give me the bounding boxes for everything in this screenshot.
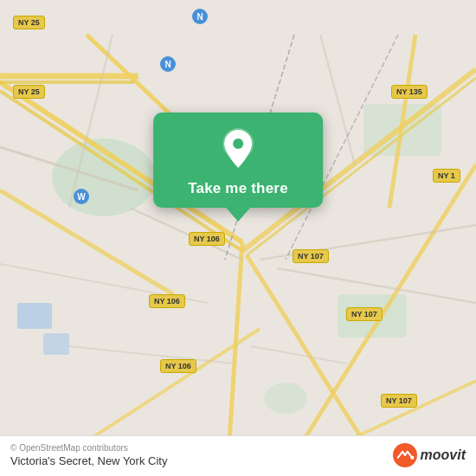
- badge-ny106-bottom: NY 106: [160, 359, 196, 373]
- metro-w: W: [74, 189, 89, 204]
- metro-n-mid: N: [160, 56, 176, 72]
- bottom-bar: © OpenStreetMap contributors Victoria's …: [0, 435, 476, 476]
- card-box: Take me there: [153, 113, 323, 208]
- badge-ny106-lower: NY 106: [149, 294, 185, 308]
- map-attribution: © OpenStreetMap contributors: [10, 443, 167, 453]
- svg-point-5: [264, 383, 307, 414]
- svg-line-25: [69, 346, 234, 363]
- map-container: NY 25 NY 25 NY 135 NY 106 NY 107 NY 106 …: [0, 0, 476, 476]
- badge-ny107-bottom: NY 107: [381, 394, 417, 408]
- badge-ny1: NY 1: [433, 169, 460, 183]
- svg-line-28: [320, 35, 355, 164]
- take-me-there-card: Take me there: [153, 113, 323, 222]
- metro-n-top: N: [192, 9, 208, 24]
- bottom-bar-left: © OpenStreetMap contributors Victoria's …: [10, 443, 167, 467]
- badge-ny106-mid: NY 106: [189, 232, 225, 246]
- badge-ny25-left: NY 25: [13, 85, 45, 99]
- svg-line-26: [251, 346, 346, 363]
- moovit-logo: moovit: [393, 443, 466, 467]
- svg-point-35: [410, 456, 414, 460]
- take-me-there-button[interactable]: Take me there: [188, 180, 288, 197]
- location-name: Victoria's Secret, New York City: [10, 454, 167, 467]
- badge-ny25-top: NY 25: [13, 16, 45, 29]
- svg-line-18: [346, 381, 476, 441]
- location-pin-icon: [221, 128, 255, 173]
- moovit-text: moovit: [421, 447, 466, 463]
- moovit-logo-svg: [393, 443, 417, 467]
- card-pointer: [226, 208, 250, 222]
- svg-rect-3: [17, 303, 52, 329]
- badge-ny135: NY 135: [391, 85, 428, 99]
- badge-ny107-lower: NY 107: [346, 307, 383, 321]
- svg-point-33: [233, 138, 243, 149]
- badge-ny107-mid: NY 107: [293, 249, 329, 263]
- svg-rect-4: [43, 333, 69, 355]
